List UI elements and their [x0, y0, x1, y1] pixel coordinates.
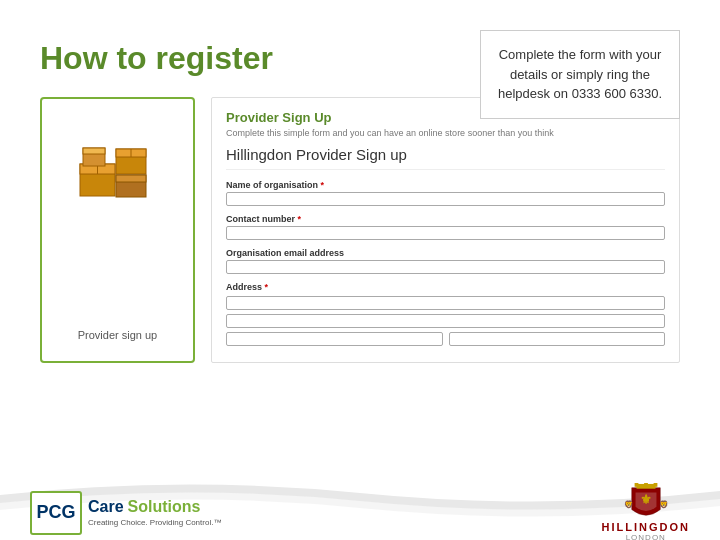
input-address-line2[interactable] — [226, 314, 665, 328]
pcg-initials: PCG — [30, 491, 82, 535]
address-label: Address * — [226, 282, 665, 292]
svg-text:⚜: ⚜ — [640, 492, 652, 507]
input-org-name[interactable] — [226, 192, 665, 206]
hillingdon-logo: ⚜ 🦁 🦁 HILLINGDON LONDON — [602, 483, 690, 540]
hillingdon-label: HILLINGDON — [602, 521, 690, 533]
svg-rect-13 — [653, 483, 657, 487]
solutions-label: Solutions — [128, 498, 201, 516]
left-panel: Provider sign up — [40, 97, 195, 363]
care-label: Care — [88, 498, 124, 516]
field-label-email: Organisation email address — [226, 248, 665, 258]
field-label-org: Name of organisation * — [226, 180, 665, 190]
field-email: Organisation email address — [226, 248, 665, 274]
svg-rect-12 — [644, 483, 648, 487]
form-panel: Provider Sign Up Complete this simple fo… — [211, 97, 680, 363]
form-main-title: Hillingdon Provider Sign up — [226, 146, 665, 170]
field-org-name: Name of organisation * — [226, 180, 665, 206]
svg-rect-9 — [83, 148, 105, 154]
pcg-logo: PCG Care Solutions Creating Choice. Prov… — [30, 491, 221, 535]
creating-text: Creating Choice. Providing Control.™ — [88, 518, 221, 527]
provider-label: Provider sign up — [78, 329, 158, 341]
svg-text:🦁: 🦁 — [658, 499, 668, 509]
callout-box: Complete the form with your details or s… — [480, 30, 680, 119]
input-street[interactable] — [226, 296, 665, 310]
boxes-icon — [78, 129, 158, 209]
input-city[interactable] — [226, 332, 443, 346]
field-contact: Contact number * — [226, 214, 665, 240]
callout-text: Complete the form with your details or s… — [498, 47, 662, 101]
address-section: Address * — [226, 282, 665, 350]
field-label-contact: Contact number * — [226, 214, 665, 224]
input-state[interactable] — [449, 332, 666, 346]
screenshot-area: Provider sign up Provider Sign Up Comple… — [40, 97, 680, 363]
svg-rect-11 — [634, 483, 638, 487]
hillingdon-crest-icon: ⚜ 🦁 🦁 — [621, 483, 671, 521]
footer-content: PCG Care Solutions Creating Choice. Prov… — [0, 485, 720, 540]
input-contact[interactable] — [226, 226, 665, 240]
london-label: LONDON — [626, 533, 666, 540]
address-row — [226, 332, 665, 350]
form-header-sub: Complete this simple form and you can ha… — [226, 128, 665, 138]
svg-text:🦁: 🦁 — [624, 499, 634, 509]
care-solutions-text: Care Solutions Creating Choice. Providin… — [88, 498, 221, 527]
svg-rect-7 — [116, 175, 146, 182]
input-email[interactable] — [226, 260, 665, 274]
footer-area: PCG Care Solutions Creating Choice. Prov… — [0, 475, 720, 540]
main-area: How to register Complete the form with y… — [0, 0, 720, 480]
